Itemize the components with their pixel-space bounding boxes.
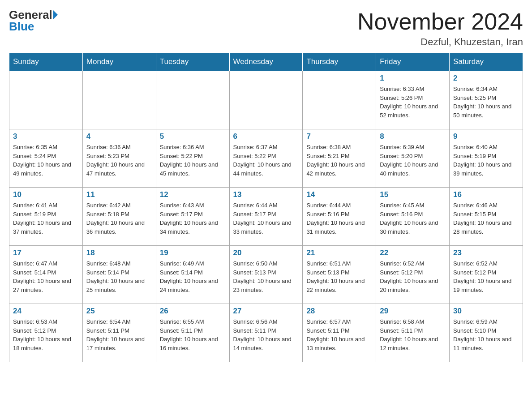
day-info: Sunrise: 6:59 AMSunset: 5:10 PMDaylight:… <box>453 317 519 352</box>
calendar-cell: 12Sunrise: 6:43 AMSunset: 5:17 PMDayligh… <box>156 188 229 246</box>
day-info: Sunrise: 6:42 AMSunset: 5:18 PMDaylight:… <box>86 201 152 236</box>
calendar-cell: 1Sunrise: 6:33 AMSunset: 5:26 PMDaylight… <box>376 71 450 129</box>
day-number: 22 <box>380 248 446 257</box>
day-info: Sunrise: 6:52 AMSunset: 5:12 PMDaylight:… <box>380 259 446 294</box>
day-info: Sunrise: 6:43 AMSunset: 5:17 PMDaylight:… <box>160 201 226 236</box>
location-subtitle: Dezful, Khuzestan, Iran <box>357 36 523 48</box>
calendar-cell: 15Sunrise: 6:45 AMSunset: 5:16 PMDayligh… <box>376 188 450 246</box>
calendar-cell <box>229 71 303 129</box>
calendar-cell: 14Sunrise: 6:44 AMSunset: 5:16 PMDayligh… <box>303 188 376 246</box>
day-info: Sunrise: 6:35 AMSunset: 5:24 PMDaylight:… <box>13 143 79 178</box>
day-number: 15 <box>380 190 446 199</box>
day-number: 18 <box>86 248 152 257</box>
day-number: 28 <box>306 307 372 316</box>
calendar-cell: 29Sunrise: 6:58 AMSunset: 5:11 PMDayligh… <box>376 304 450 362</box>
day-number: 13 <box>233 190 299 199</box>
calendar-cell: 9Sunrise: 6:40 AMSunset: 5:19 PMDaylight… <box>450 129 523 188</box>
day-number: 17 <box>13 248 79 257</box>
day-number: 10 <box>13 190 79 199</box>
day-number: 19 <box>160 248 226 257</box>
logo-blue-text: Blue <box>9 21 34 32</box>
day-info: Sunrise: 6:48 AMSunset: 5:14 PMDaylight:… <box>86 259 152 294</box>
day-info: Sunrise: 6:37 AMSunset: 5:22 PMDaylight:… <box>233 143 299 178</box>
day-info: Sunrise: 6:41 AMSunset: 5:19 PMDaylight:… <box>13 201 79 236</box>
calendar-cell: 28Sunrise: 6:57 AMSunset: 5:11 PMDayligh… <box>303 304 376 362</box>
day-number: 20 <box>233 248 299 257</box>
title-block: November 2024 Dezful, Khuzestan, Iran <box>357 9 523 48</box>
calendar-cell: 17Sunrise: 6:47 AMSunset: 5:14 PMDayligh… <box>9 246 83 304</box>
day-number: 5 <box>160 132 226 141</box>
day-info: Sunrise: 6:52 AMSunset: 5:12 PMDaylight:… <box>453 259 519 294</box>
day-info: Sunrise: 6:47 AMSunset: 5:14 PMDaylight:… <box>13 259 79 294</box>
calendar-cell: 24Sunrise: 6:53 AMSunset: 5:12 PMDayligh… <box>9 304 83 362</box>
calendar-cell <box>303 71 376 129</box>
day-info: Sunrise: 6:57 AMSunset: 5:11 PMDaylight:… <box>306 317 372 352</box>
calendar-cell: 6Sunrise: 6:37 AMSunset: 5:22 PMDaylight… <box>229 129 303 188</box>
day-of-week-header: Saturday <box>450 53 523 71</box>
day-info: Sunrise: 6:56 AMSunset: 5:11 PMDaylight:… <box>233 317 299 352</box>
calendar-header-row: SundayMondayTuesdayWednesdayThursdayFrid… <box>9 53 523 71</box>
calendar-cell: 10Sunrise: 6:41 AMSunset: 5:19 PMDayligh… <box>9 188 83 246</box>
calendar-week-row: 24Sunrise: 6:53 AMSunset: 5:12 PMDayligh… <box>9 304 523 362</box>
day-info: Sunrise: 6:44 AMSunset: 5:16 PMDaylight:… <box>306 201 372 236</box>
day-number: 27 <box>233 307 299 316</box>
calendar-cell: 20Sunrise: 6:50 AMSunset: 5:13 PMDayligh… <box>229 246 303 304</box>
logo: General Blue <box>9 9 58 32</box>
calendar-cell: 5Sunrise: 6:36 AMSunset: 5:22 PMDaylight… <box>156 129 229 188</box>
day-number: 16 <box>453 190 519 199</box>
calendar-cell: 16Sunrise: 6:46 AMSunset: 5:15 PMDayligh… <box>450 188 523 246</box>
day-of-week-header: Monday <box>82 53 156 71</box>
calendar-table: SundayMondayTuesdayWednesdayThursdayFrid… <box>9 52 523 362</box>
calendar-cell: 27Sunrise: 6:56 AMSunset: 5:11 PMDayligh… <box>229 304 303 362</box>
logo-triangle-icon <box>53 10 58 19</box>
calendar-cell: 22Sunrise: 6:52 AMSunset: 5:12 PMDayligh… <box>376 246 450 304</box>
day-number: 12 <box>160 190 226 199</box>
day-info: Sunrise: 6:51 AMSunset: 5:13 PMDaylight:… <box>306 259 372 294</box>
calendar-cell: 7Sunrise: 6:38 AMSunset: 5:21 PMDaylight… <box>303 129 376 188</box>
day-info: Sunrise: 6:58 AMSunset: 5:11 PMDaylight:… <box>380 317 446 352</box>
day-number: 25 <box>86 307 152 316</box>
day-number: 14 <box>306 190 372 199</box>
day-number: 21 <box>306 248 372 257</box>
calendar-cell <box>9 71 83 129</box>
day-number: 7 <box>306 132 372 141</box>
calendar-cell: 21Sunrise: 6:51 AMSunset: 5:13 PMDayligh… <box>303 246 376 304</box>
calendar-cell <box>156 71 229 129</box>
day-number: 6 <box>233 132 299 141</box>
day-number: 23 <box>453 248 519 257</box>
calendar-cell: 30Sunrise: 6:59 AMSunset: 5:10 PMDayligh… <box>450 304 523 362</box>
day-of-week-header: Wednesday <box>229 53 303 71</box>
day-number: 4 <box>86 132 152 141</box>
calendar-cell: 2Sunrise: 6:34 AMSunset: 5:25 PMDaylight… <box>450 71 523 129</box>
calendar-cell: 3Sunrise: 6:35 AMSunset: 5:24 PMDaylight… <box>9 129 83 188</box>
day-info: Sunrise: 6:46 AMSunset: 5:15 PMDaylight:… <box>453 201 519 236</box>
day-of-week-header: Sunday <box>9 53 83 71</box>
day-of-week-header: Thursday <box>303 53 376 71</box>
calendar-week-row: 17Sunrise: 6:47 AMSunset: 5:14 PMDayligh… <box>9 246 523 304</box>
day-number: 30 <box>453 307 519 316</box>
day-info: Sunrise: 6:45 AMSunset: 5:16 PMDaylight:… <box>380 201 446 236</box>
day-number: 29 <box>380 307 446 316</box>
calendar-cell <box>82 71 156 129</box>
month-title: November 2024 <box>357 9 523 34</box>
day-info: Sunrise: 6:55 AMSunset: 5:11 PMDaylight:… <box>160 317 226 352</box>
day-info: Sunrise: 6:53 AMSunset: 5:12 PMDaylight:… <box>13 317 79 352</box>
day-info: Sunrise: 6:34 AMSunset: 5:25 PMDaylight:… <box>453 85 519 120</box>
day-number: 26 <box>160 307 226 316</box>
day-number: 8 <box>380 132 446 141</box>
day-info: Sunrise: 6:54 AMSunset: 5:11 PMDaylight:… <box>86 317 152 352</box>
calendar-cell: 8Sunrise: 6:39 AMSunset: 5:20 PMDaylight… <box>376 129 450 188</box>
day-number: 3 <box>13 132 79 141</box>
calendar-cell: 25Sunrise: 6:54 AMSunset: 5:11 PMDayligh… <box>82 304 156 362</box>
calendar-week-row: 3Sunrise: 6:35 AMSunset: 5:24 PMDaylight… <box>9 129 523 188</box>
day-info: Sunrise: 6:39 AMSunset: 5:20 PMDaylight:… <box>380 143 446 178</box>
day-number: 1 <box>380 74 446 83</box>
calendar-cell: 26Sunrise: 6:55 AMSunset: 5:11 PMDayligh… <box>156 304 229 362</box>
day-of-week-header: Tuesday <box>156 53 229 71</box>
calendar-cell: 23Sunrise: 6:52 AMSunset: 5:12 PMDayligh… <box>450 246 523 304</box>
day-info: Sunrise: 6:40 AMSunset: 5:19 PMDaylight:… <box>453 143 519 178</box>
day-info: Sunrise: 6:44 AMSunset: 5:17 PMDaylight:… <box>233 201 299 236</box>
day-number: 24 <box>13 307 79 316</box>
day-number: 2 <box>453 74 519 83</box>
day-info: Sunrise: 6:36 AMSunset: 5:22 PMDaylight:… <box>160 143 226 178</box>
